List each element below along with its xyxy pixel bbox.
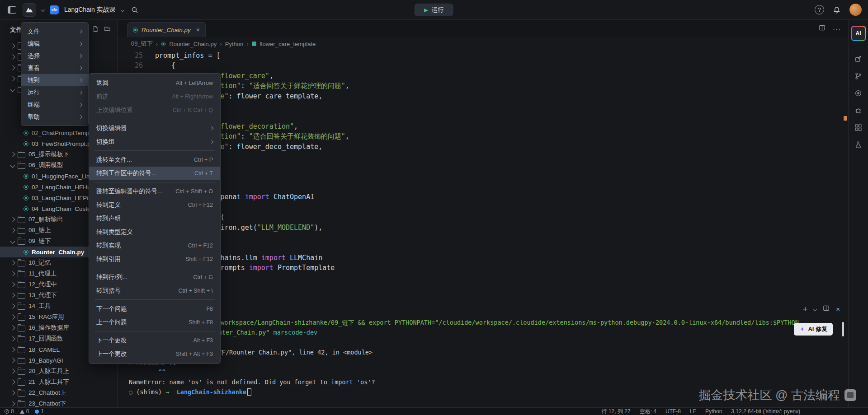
terminal-dropdown-icon[interactable]	[813, 307, 817, 311]
submenu-item[interactable]: 返回Alt + LeftArrow	[89, 76, 220, 90]
menu-separator	[94, 268, 215, 268]
submenu-item[interactable]: 下一个更改Alt + F3	[89, 334, 220, 347]
info-dot-icon	[35, 410, 39, 414]
new-folder-icon[interactable]	[104, 26, 111, 34]
python-interpreter[interactable]: 3.12.2 64-bit ('shims': pyenv)	[731, 408, 800, 415]
folder-icon	[18, 358, 25, 364]
tree-item-label: 04_LangChain_Custom	[32, 205, 96, 212]
submenu-item[interactable]: 转到括号Ctrl + Shift + \	[89, 284, 220, 298]
new-file-icon[interactable]	[92, 26, 99, 34]
project-chevron-icon[interactable]	[120, 8, 124, 11]
tree-chevron-icon	[10, 347, 15, 352]
extensions-icon[interactable]	[854, 124, 862, 131]
sidebar-toggle-icon[interactable]	[6, 5, 17, 15]
split-editor-icon[interactable]	[819, 24, 826, 33]
app-logo[interactable]	[23, 3, 36, 17]
submenu-item[interactable]: 跳转至编辑器中的符号...Ctrl + Shift + O	[89, 185, 220, 198]
menu-item[interactable]: 帮助	[21, 111, 88, 123]
editor-tab[interactable]: Rounter_Chain.py ×	[127, 22, 206, 37]
ai-assistant-badge[interactable]: AI	[851, 26, 866, 41]
folder-icon	[18, 401, 25, 407]
preview-icon[interactable]	[854, 55, 862, 63]
shortcut-label: Shift + F12	[185, 256, 213, 262]
help-icon[interactable]: ?	[815, 5, 824, 14]
python-file-icon	[24, 196, 28, 201]
main-menu: 文件编辑选择查看转到运行终端帮助	[21, 22, 89, 126]
submenu-item[interactable]: 跳转至文件...Ctrl + P	[89, 153, 220, 167]
new-terminal-icon[interactable]: +	[803, 306, 808, 312]
terminal-output[interactable]: ke COMMAND="cd /cloudide/workspace/LangC…	[129, 317, 827, 406]
ai-fix-button[interactable]: AI 修复	[794, 323, 833, 336]
submenu-item[interactable]: 切换组	[89, 135, 220, 149]
eol-setting[interactable]: LF	[690, 408, 696, 415]
submenu-arrow-icon	[79, 54, 82, 57]
tree-folder-item[interactable]: 20_人脉工具上	[0, 366, 117, 377]
submenu-item[interactable]: 前进Alt + RightArrow	[89, 90, 220, 103]
indentation[interactable]: 空格: 4	[640, 408, 656, 415]
problems-errors[interactable]: 0	[5, 408, 14, 415]
folder-icon	[18, 293, 25, 299]
encoding[interactable]: UTF-8	[665, 408, 681, 415]
submenu-item[interactable]: 上次编辑位置Ctrl + K Ctrl + Q	[89, 103, 220, 117]
code-editor[interactable]: 2526272829303132333435363738394041424344…	[118, 51, 842, 301]
submenu-item[interactable]: 转到引用Shift + F12	[89, 252, 220, 266]
ide-window: </> LangChain 实战课 ▶ 运行 ? 文件	[0, 0, 868, 415]
tree-item-label: 17_回调函数	[28, 335, 63, 343]
bell-icon[interactable]	[831, 5, 842, 15]
breadcrumb-item[interactable]: Rounter_Chain.py	[169, 41, 217, 47]
folder-icon	[18, 261, 25, 266]
search-icon[interactable]	[129, 5, 140, 15]
tree-folder-item[interactable]: 22_Chatbot上	[0, 387, 117, 398]
submenu-item[interactable]: 转到实现Ctrl + F12	[89, 239, 220, 252]
experiments-icon[interactable]	[854, 141, 862, 149]
tree-item-label: 18_CAMEL	[28, 346, 60, 353]
menu-item[interactable]: 查看	[21, 62, 88, 74]
breadcrumb-item[interactable]: flower_care_template	[259, 41, 316, 47]
language-mode[interactable]: Python	[705, 408, 722, 415]
editor-scrollbar[interactable]	[842, 51, 848, 301]
tree-item-label: 06_调用模型	[28, 161, 63, 169]
menu-item[interactable]: 选择	[21, 50, 88, 62]
submenu-item[interactable]: 转到工作区中的符号...Ctrl + T	[89, 167, 220, 180]
split-terminal-icon[interactable]	[823, 305, 830, 313]
breadcrumb-item[interactable]: Python	[225, 41, 243, 47]
submenu-item[interactable]: 上一个问题Shift + F8	[89, 316, 220, 329]
notifications-badge[interactable]: 1	[35, 408, 44, 415]
menu-item[interactable]: 文件	[21, 25, 88, 37]
editor-area: Rounter_Chain.py × ··· 09_链下›Rounter_Cha…	[118, 20, 848, 407]
run-button[interactable]: ▶ 运行	[415, 4, 453, 16]
menu-item[interactable]: 运行	[21, 86, 88, 98]
submenu-item[interactable]: 切换编辑器	[89, 121, 220, 135]
tree-folder-item[interactable]: 23_Chatbot下	[0, 398, 117, 407]
submenu-item[interactable]: 转到声明	[89, 212, 220, 225]
terminal-line: LangChain-shizhanke/09_链下/Rounter_Chain.…	[129, 347, 827, 357]
tree-chevron-icon	[10, 303, 15, 308]
terminal-cursor	[247, 388, 251, 396]
menu-separator	[94, 119, 215, 119]
submenu-item[interactable]: 转到行/列...Ctrl + G	[89, 270, 220, 284]
logo-chevron-icon[interactable]	[41, 8, 45, 11]
git-branch-icon[interactable]	[854, 72, 862, 80]
menu-item[interactable]: 终端	[21, 98, 88, 111]
terminal-scrollbar[interactable]	[842, 322, 844, 336]
submenu-item[interactable]: 转到定义Ctrl + F12	[89, 198, 220, 212]
cursor-position[interactable]: 行 12, 列 27	[602, 408, 631, 415]
problems-warnings[interactable]: 0	[20, 408, 29, 415]
submenu-item[interactable]: 下一个问题F8	[89, 302, 220, 316]
menu-item[interactable]: 编辑	[21, 37, 88, 50]
shortcut-label: Ctrl + F12	[188, 202, 213, 208]
shortcut-label: Ctrl + P	[194, 157, 213, 163]
breadcrumb-item[interactable]: 09_链下	[131, 40, 153, 48]
submenu-item[interactable]: 转到类型定义	[89, 225, 220, 239]
menu-item[interactable]: 转到	[21, 74, 88, 86]
more-actions-icon[interactable]: ···	[833, 25, 841, 33]
user-avatar[interactable]	[849, 4, 862, 16]
tree-folder-item[interactable]: 21_人脉工具下	[0, 377, 117, 387]
project-name[interactable]: LangChain 实战课	[64, 6, 116, 14]
run-target-icon[interactable]	[854, 89, 862, 97]
tab-close-icon[interactable]: ×	[196, 26, 200, 33]
close-panel-icon[interactable]: ×	[836, 305, 840, 313]
submenu-item[interactable]: 上一个更改Shift + Alt + F3	[89, 347, 220, 361]
tree-item-label: 03_FewShotPrompt.p	[32, 140, 91, 147]
debug-icon[interactable]	[854, 107, 862, 114]
